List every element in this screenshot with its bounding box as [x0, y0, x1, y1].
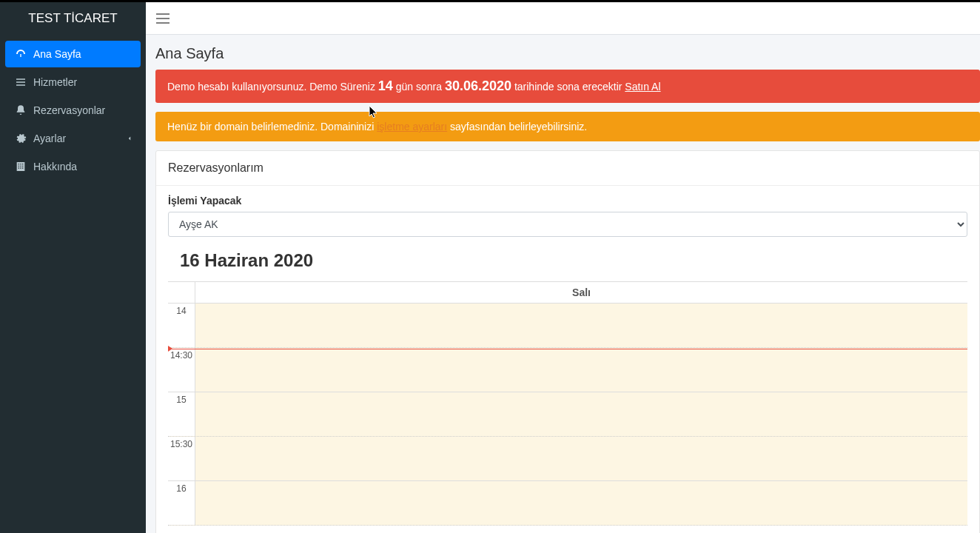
- alert-text: gün sonra: [396, 81, 445, 93]
- hamburger-icon[interactable]: [156, 13, 170, 24]
- alert-text: Henüz bir domain belirlemediniz. Domaini…: [167, 121, 377, 133]
- calendar-date-title: 16 Haziran 2020: [168, 237, 967, 281]
- sidebar-item-about[interactable]: Hakkında: [5, 153, 141, 180]
- operator-select[interactable]: Ayşe AK: [168, 212, 967, 237]
- content: Demo hesabı kullanıyorsunuz. Demo Süreni…: [146, 70, 980, 533]
- alert-text: tarihinde sona erecektir: [514, 81, 625, 93]
- alert-days: 14: [378, 78, 393, 93]
- domain-alert: Henüz bir domain belirlemediniz. Domaini…: [155, 112, 980, 141]
- sidebar-item-label: Rezervasyonlar: [33, 104, 105, 116]
- demo-alert: Demo hesabı kullanıyorsunuz. Demo Süreni…: [155, 70, 980, 103]
- calendar-body: 14 14:30 15: [168, 304, 967, 526]
- alert-text: sayfasından belirleyebilirsiniz.: [450, 121, 587, 133]
- bell-icon: [14, 104, 27, 117]
- page-title: Ana Sayfa: [146, 35, 980, 70]
- time-row[interactable]: 14:30: [168, 348, 967, 392]
- settings-link[interactable]: işletme ayarları: [377, 121, 447, 133]
- sidebar-item-services[interactable]: Hizmetler: [5, 69, 141, 95]
- chevron-left-icon: [126, 135, 133, 142]
- sidebar-item-label: Ayarlar: [33, 133, 66, 144]
- time-label: 14:30: [168, 348, 195, 392]
- time-row[interactable]: 14: [168, 304, 967, 348]
- time-slot[interactable]: [195, 304, 967, 347]
- now-indicator: [168, 349, 967, 349]
- time-slot[interactable]: [195, 481, 967, 525]
- time-col-head: [168, 282, 195, 303]
- gear-icon: [14, 132, 27, 145]
- time-row[interactable]: 15:30: [168, 437, 967, 481]
- sidebar-item-label: Hakkında: [33, 161, 77, 172]
- time-slot[interactable]: [195, 392, 967, 436]
- time-row[interactable]: 15: [168, 392, 967, 437]
- alert-text: Demo hesabı kullanıyorsunuz. Demo Süreni…: [167, 81, 378, 93]
- day-label: Salı: [195, 282, 967, 303]
- calendar-day-header: Salı: [168, 282, 967, 304]
- sidebar-item-settings[interactable]: Ayarlar: [5, 125, 141, 152]
- buy-link[interactable]: Satın Al: [625, 81, 660, 93]
- reservations-card: Rezervasyonlarım İşlemi Yapacak Ayşe AK …: [155, 150, 980, 533]
- sidebar: TEST TİCARET Ana Sayfa Hizmetler Rezerva…: [0, 2, 146, 533]
- operator-label: İşlemi Yapacak: [168, 195, 967, 207]
- sidebar-menu: Ana Sayfa Hizmetler Rezervasyonlar Ayarl…: [0, 35, 146, 187]
- brand-title: TEST TİCARET: [0, 2, 146, 35]
- sidebar-item-home[interactable]: Ana Sayfa: [5, 41, 141, 67]
- sidebar-item-reservations[interactable]: Rezervasyonlar: [5, 97, 141, 124]
- building-icon: [14, 160, 27, 173]
- dashboard-icon: [14, 47, 27, 61]
- card-title: Rezervasyonlarım: [156, 151, 979, 186]
- calendar: Salı 14 14:30: [168, 281, 967, 526]
- time-slot[interactable]: [195, 348, 967, 392]
- time-label: 15: [168, 392, 195, 436]
- time-label: 16: [168, 481, 195, 525]
- list-icon: [14, 76, 27, 89]
- sidebar-item-label: Hizmetler: [33, 76, 77, 88]
- main-header: [146, 2, 980, 35]
- time-slot[interactable]: [195, 437, 967, 480]
- card-body: İşlemi Yapacak Ayşe AK 16 Haziran 2020 S…: [156, 186, 979, 533]
- alert-date: 30.06.2020: [445, 78, 511, 93]
- time-label: 15:30: [168, 437, 195, 480]
- main-area: Ana Sayfa Demo hesabı kullanıyorsunuz. D…: [146, 2, 980, 533]
- time-label: 14: [168, 304, 195, 347]
- time-row[interactable]: 16: [168, 481, 967, 526]
- sidebar-item-label: Ana Sayfa: [33, 48, 81, 60]
